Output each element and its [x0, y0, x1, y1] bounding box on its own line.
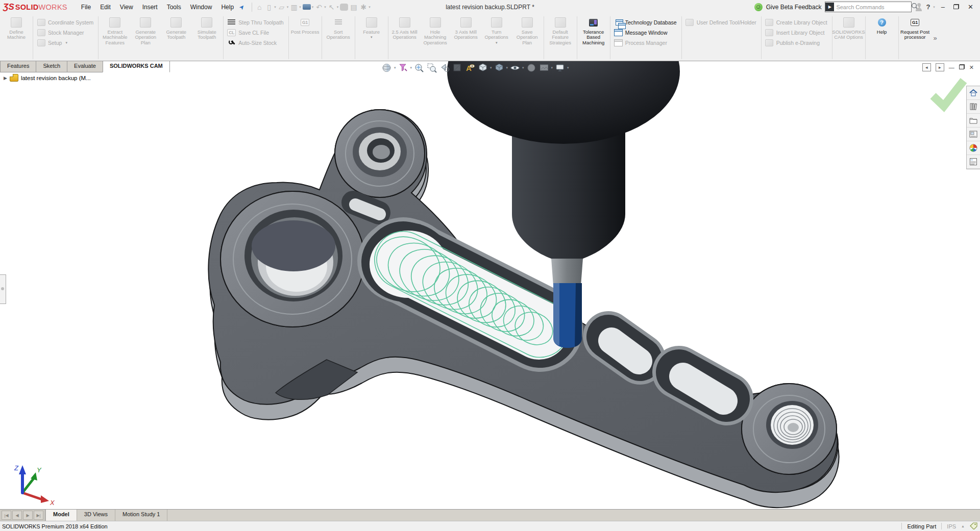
previous-view-icon[interactable]	[438, 62, 451, 73]
task-pane-custom-properties-icon[interactable]	[967, 155, 980, 169]
print-icon[interactable]	[303, 4, 311, 10]
ribbon-stock-manager[interactable]: Stock Manager	[35, 28, 95, 37]
feature-tree-root[interactable]: ▶ latest revision backup (M...	[4, 74, 91, 82]
task-pane-design-library-icon[interactable]	[967, 100, 980, 114]
ribbon-define-machine[interactable]: Define Machine	[1, 15, 32, 40]
tab-nav-previous-button[interactable]: ◀	[12, 511, 22, 520]
menu-view[interactable]: View	[115, 2, 138, 13]
apply-scene-icon[interactable]	[538, 62, 550, 73]
turn-operations-caret-icon[interactable]: ▾	[496, 41, 498, 45]
hide-show-items-caret-icon[interactable]: ▾	[522, 66, 524, 70]
task-pane-appearances-scenes-icon[interactable]	[967, 141, 980, 155]
3d-scene[interactable]: X Y Z	[0, 61, 980, 509]
ribbon-generate-toolpath[interactable]: Generate Toolpath	[161, 15, 191, 40]
attachments-icon[interactable]	[340, 4, 348, 11]
user-account-icon[interactable]	[915, 3, 922, 11]
search-input[interactable]	[834, 4, 911, 10]
tab-nav-last-button[interactable]: ▶|	[34, 511, 43, 520]
ribbon-save-operation-plan[interactable]: Save Operation Plan	[512, 15, 543, 45]
orientation-sphere-caret-icon[interactable]: ▾	[394, 66, 396, 70]
ribbon-process-manager[interactable]: Process Manager	[612, 38, 678, 47]
task-pane-home-icon[interactable]	[967, 86, 980, 100]
annotation-views-icon[interactable]: A	[464, 62, 476, 73]
ribbon-step-thru-toolpath[interactable]: Step Thru Toolpath	[226, 18, 285, 27]
view-orientation-caret-icon[interactable]: ▾	[490, 66, 492, 70]
print-caret-icon[interactable]: ▾	[312, 5, 314, 9]
doc-tab-motion-study-1[interactable]: Motion Study 1	[115, 510, 167, 521]
feature-caret-icon[interactable]: ▾	[371, 35, 373, 39]
pane-left-icon[interactable]: ◂	[922, 63, 931, 71]
ribbon-message-window[interactable]: Message Window	[612, 28, 678, 37]
display-style-caret-icon[interactable]: ▾	[506, 66, 508, 70]
view-settings-icon[interactable]	[554, 62, 566, 73]
save-icon[interactable]: ▥	[290, 3, 298, 11]
ribbon-solidworks-cam-options[interactable]: SOLIDWORKS CAM Options	[834, 15, 864, 40]
save-caret-icon[interactable]: ▾	[299, 5, 301, 9]
tab-evaluate[interactable]: Evaluate	[67, 61, 103, 72]
units-selector[interactable]: IPS	[947, 523, 956, 529]
restore-button[interactable]	[951, 3, 962, 11]
ribbon-coordinate-system[interactable]: Coordinate System	[35, 18, 95, 27]
menu-file[interactable]: File	[77, 2, 95, 13]
ribbon-simulate-toolpath[interactable]: Simulate Toolpath	[191, 15, 222, 40]
expand-arrow-icon[interactable]: ▶	[4, 75, 7, 81]
ribbon-feature[interactable]: Feature▾	[356, 15, 387, 39]
ribbon-tolerance-based-machining[interactable]: Tolerance Based Machining	[578, 15, 609, 45]
task-pane-file-explorer-icon[interactable]	[967, 114, 980, 128]
help-menu[interactable]: ?	[926, 3, 930, 11]
doc-minimize-button[interactable]: —	[949, 64, 954, 71]
setup-caret-icon[interactable]: ▾	[65, 41, 67, 45]
apply-scene-caret-icon[interactable]: ▾	[551, 66, 553, 70]
open-icon[interactable]: ▱	[278, 3, 286, 11]
pin-icon[interactable]: ➤	[237, 3, 246, 11]
tab-features[interactable]: Features	[0, 61, 36, 72]
menu-help[interactable]: Help	[216, 2, 238, 13]
ribbon-user-defined-tool-holder[interactable]: User Defined Tool/Holder	[684, 18, 758, 27]
ribbon-3-axis-mill-operations[interactable]: 3 Axis Mill Operations	[451, 15, 481, 40]
options-caret-icon[interactable]: ▾	[369, 5, 371, 9]
ribbon-2-5-axis-mill-operations[interactable]: 2.5 Axis Mill Operations	[389, 15, 420, 40]
ribbon-sort-operations[interactable]: Sort Operations	[323, 15, 354, 40]
feature-tree-root-label[interactable]: latest revision backup (M...	[21, 75, 91, 81]
doc-restore-button[interactable]	[959, 64, 965, 71]
menu-window[interactable]: Window	[186, 2, 217, 13]
open-caret-icon[interactable]: ▾	[287, 5, 289, 9]
section-view-icon[interactable]	[451, 62, 463, 73]
edit-appearance-icon[interactable]	[525, 62, 537, 73]
pane-right-icon[interactable]: ▸	[936, 63, 944, 71]
view-orientation-icon[interactable]	[477, 62, 489, 73]
properties-icon[interactable]: ▤	[350, 3, 358, 11]
ribbon-hole-machining-operations[interactable]: Hole Machining Operations	[420, 15, 451, 45]
hide-show-items-icon[interactable]	[509, 62, 521, 73]
ribbon-turn-operations[interactable]: Turn Operations▾	[481, 15, 512, 45]
menu-edit[interactable]: Edit	[95, 2, 115, 13]
menu-tools[interactable]: Tools	[162, 2, 186, 13]
panel-splitter-handle[interactable]	[0, 274, 6, 304]
options-icon[interactable]: ✱	[359, 3, 368, 11]
selection-filter-icon[interactable]	[397, 62, 409, 73]
tab-solidworks-cam[interactable]: SOLIDWORKS CAM	[103, 61, 170, 72]
doc-close-button[interactable]: ✕	[969, 64, 974, 71]
ribbon-save-cl-file[interactable]: CLSave CL File	[226, 28, 285, 37]
minimize-button[interactable]: –	[939, 3, 947, 11]
new-document-caret-icon[interactable]: ▾	[274, 5, 276, 9]
ribbon-default-feature-strategies[interactable]: Default Feature Strategies	[545, 15, 576, 45]
zoom-area-icon[interactable]	[426, 62, 438, 73]
tab-sketch[interactable]: Sketch	[36, 61, 67, 72]
selection-filter-caret-icon[interactable]: ▾	[410, 66, 412, 70]
close-button[interactable]: ✕	[965, 3, 976, 11]
tag-icon[interactable]	[970, 522, 978, 530]
ribbon-auto-size-stock[interactable]: Auto-Size Stock	[226, 38, 285, 47]
home-icon[interactable]: ⌂	[255, 3, 263, 11]
select-caret-icon[interactable]: ▾	[337, 5, 339, 9]
units-caret-icon[interactable]: ▲	[961, 524, 965, 528]
view-settings-caret-icon[interactable]: ▾	[567, 66, 569, 70]
tab-nav-next-button[interactable]: ▶	[23, 511, 33, 520]
ribbon-help[interactable]: ?Help	[867, 15, 897, 35]
beta-feedback-label[interactable]: Give Beta Feedback	[766, 4, 822, 11]
ribbon-request-post-processor[interactable]: G1Request Post processor	[900, 15, 930, 40]
ribbon-create-library-object[interactable]: Create Library Object	[764, 18, 829, 27]
new-document-icon[interactable]: ▯	[265, 3, 273, 11]
zoom-fit-icon[interactable]	[413, 62, 425, 73]
graphics-area[interactable]: X Y Z FeaturesSketchEvaluateSOLIDWORKS C…	[0, 61, 980, 509]
